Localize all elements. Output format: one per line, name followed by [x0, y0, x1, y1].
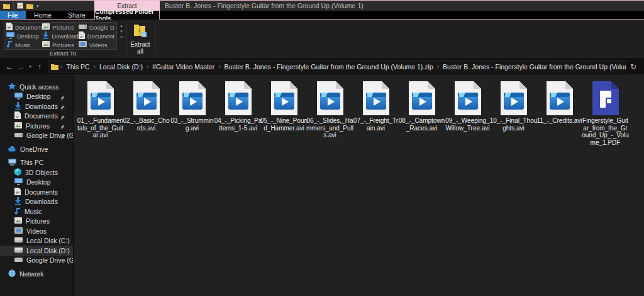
avi-file-icon	[317, 81, 343, 115]
drive-icon	[79, 25, 87, 30]
file-name: 02_-_Basic_Chords.avi	[123, 117, 170, 132]
tab-file[interactable]: File	[0, 11, 26, 19]
tab-share[interactable]: Share	[60, 11, 94, 19]
breadcrumb-item[interactable]: Buster B. Jones - Fingerstyle Guitar fro…	[223, 63, 435, 71]
picture-icon	[14, 217, 22, 224]
sidebar-item-pictures[interactable]: Pictures	[0, 217, 73, 227]
avi-file-icon	[225, 81, 252, 115]
file-item[interactable]: 04_-_Picking_Patterns_1-5.avi	[215, 79, 261, 132]
gallery-scroll-down-icon[interactable]: ▾	[120, 29, 123, 33]
breadcrumb-separator-icon: ›	[58, 63, 64, 70]
sidebar-item-documents[interactable]: Documents	[0, 111, 73, 122]
sidebar-item-local-disk-c[interactable]: Local Disk (C:)	[0, 236, 73, 246]
breadcrumb-separator-icon: ›	[92, 63, 97, 70]
file-item[interactable]: 09_-_Weeping_Willow_Tree.avi	[445, 79, 491, 132]
sidebar-item-network[interactable]: Network	[0, 269, 73, 279]
sidebar-item-music[interactable]: Music	[0, 207, 73, 217]
extract-to-destination[interactable]: Documents	[79, 31, 114, 40]
sidebar-item-pictures[interactable]: Pictures	[0, 121, 73, 131]
file-item[interactable]: 08_-_Camptown_Races.avi	[399, 79, 445, 132]
pin-icon	[60, 94, 69, 102]
sidebar-item-onedrive[interactable]: OneDrive	[0, 144, 73, 154]
sidebar-item-quick-access[interactable]: Quick access	[0, 82, 73, 92]
file-name: 01_-_Fundamentals_of_the_Guitar.avi	[77, 117, 125, 139]
file-item[interactable]: 01_-_Fundamentals_of_the_Guitar.avi	[77, 79, 123, 139]
extract-to-destination[interactable]: Documents	[6, 23, 42, 31]
file-name: 04_-_Picking_Patterns_1-5.avi	[214, 117, 262, 132]
document-icon	[14, 111, 21, 119]
breadcrumb-item[interactable]: Local Disk (D:)	[97, 63, 145, 71]
sidebar-item-google-drive-g[interactable]: Google Drive (G:)	[0, 256, 73, 266]
star-icon	[8, 83, 16, 90]
extract-to-group-label: Extract To	[0, 50, 126, 57]
sidebar-item-google-drive-g[interactable]: Google Drive (G:)	[0, 131, 73, 141]
file-name: 10_-_Final_Thoughts.avi	[490, 117, 538, 132]
address-field[interactable]: ›This PC›Local Disk (D:)›#Guitar Video M…	[48, 60, 626, 72]
extract-to-destination[interactable]: Pictures	[42, 23, 78, 31]
up-button[interactable]: ↑	[34, 62, 45, 71]
breadcrumb-item[interactable]: #Guitar Video Master	[150, 63, 216, 71]
extract-to-destination[interactable]: Google Drive	[79, 23, 114, 31]
extract-all-button[interactable]: Extract all	[128, 21, 152, 57]
drive-icon	[14, 258, 23, 263]
sidebar-item-desktop[interactable]: Desktop	[0, 92, 73, 102]
tab-compressed-folder-tools[interactable]: Compressed Folder Tools	[94, 11, 160, 20]
tab-home[interactable]: Home	[26, 11, 60, 19]
sidebar-item-videos[interactable]: Videos	[0, 226, 73, 236]
file-item[interactable]: 05_-_Nine_Pound_Hammer.avi	[261, 79, 307, 132]
sidebar-item-this-pc[interactable]: This PC	[0, 158, 73, 168]
properties-icon[interactable]	[17, 3, 23, 9]
sidebar-item-local-disk-d[interactable]: Local Disk (D:)	[0, 246, 73, 256]
avi-file-icon	[179, 81, 206, 115]
window-title: Buster B. Jones - Fingerstyle Guitar fro…	[165, 1, 364, 11]
breadcrumb-item[interactable]: Buster B. Jones - Fingerstyle Guitar fro…	[441, 63, 626, 71]
quick-access-toolbar: ▾	[0, 3, 39, 9]
extract-to-destination[interactable]: Pictures	[42, 40, 78, 49]
file-list-pane[interactable]: 01_-_Fundamentals_of_the_Guitar.avi 02_-…	[74, 74, 644, 296]
file-name: 03_-_Strumming.avi	[169, 117, 216, 132]
gallery-scroll-controls: ▴ ▾ ≡	[118, 23, 125, 39]
video-icon	[14, 227, 23, 234]
file-item[interactable]: 06_-_Slides,_Hammers_and_Pulls.avi	[307, 79, 353, 139]
disk-icon	[14, 248, 23, 253]
extract-to-destination[interactable]: Desktop	[6, 31, 42, 40]
extract-to-gallery: Documents Pictures Google Drive Desktop …	[4, 22, 117, 50]
qat-customize-chevron-icon[interactable]: ▾	[36, 4, 39, 8]
app-folder-icon	[3, 3, 10, 9]
gallery-scroll-up-icon[interactable]: ▴	[120, 23, 123, 28]
back-button[interactable]: ←	[4, 62, 15, 71]
pin-icon	[60, 104, 69, 111]
file-item[interactable]: 03_-_Strumming.avi	[169, 79, 215, 132]
file-name: 11_-_Credits.avi	[536, 117, 584, 125]
document-icon	[6, 23, 13, 30]
file-item[interactable]: Fingerstyle_Guitar_from_the_Ground_Up_-_…	[582, 79, 628, 146]
file-name: Fingerstyle_Guitar_from_the_Ground_Up_-_…	[582, 117, 630, 146]
video-icon	[79, 41, 87, 47]
new-folder-icon[interactable]	[26, 3, 33, 9]
sidebar-item-documents[interactable]: Documents	[0, 187, 73, 197]
refresh-icon[interactable]: ↻	[626, 62, 640, 71]
file-name: 06_-_Slides,_Hammers_and_Pulls.avi	[306, 117, 354, 139]
sidebar-item-downloads[interactable]: Downloads	[0, 101, 73, 111]
file-name: 05_-_Nine_Pound_Hammer.avi	[260, 117, 308, 132]
extract-to-destination[interactable]: Videos	[79, 40, 114, 49]
file-item[interactable]: 02_-_Basic_Chords.avi	[123, 79, 169, 132]
breadcrumb-item[interactable]: This PC	[64, 63, 91, 71]
extract-to-destination[interactable]: Music	[6, 40, 42, 49]
file-item[interactable]: 11_-_Credits.avi	[536, 79, 582, 125]
pin-icon	[60, 125, 65, 130]
gallery-more-icon[interactable]: ≡	[120, 35, 123, 39]
sidebar-item-desktop[interactable]: Desktop	[0, 178, 73, 188]
extract-to-destination[interactable]: Downloads	[42, 31, 78, 40]
desktop-icon	[14, 178, 23, 185]
forward-button[interactable]: →	[15, 62, 26, 71]
sidebar-item-3d-objects[interactable]: 3D Objects	[0, 168, 73, 178]
file-item[interactable]: 07_-_Freight_Train.avi	[353, 79, 399, 132]
sidebar-item-downloads[interactable]: Downloads	[0, 197, 73, 207]
location-folder-icon	[51, 64, 58, 70]
picture-icon	[42, 41, 50, 47]
recent-locations-chevron-icon[interactable]: ▾	[26, 64, 34, 69]
pdf-file-icon	[592, 81, 619, 115]
network-icon	[8, 270, 16, 277]
file-item[interactable]: 10_-_Final_Thoughts.avi	[491, 79, 536, 132]
